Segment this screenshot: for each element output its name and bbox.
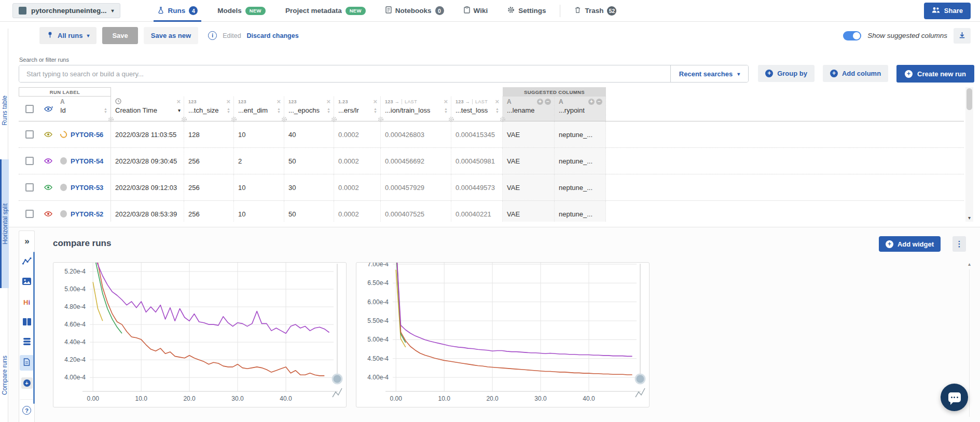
gear-icon[interactable] <box>281 116 287 124</box>
project-selector[interactable]: pytorchneptuneinteg... ▾ <box>12 3 120 18</box>
table-row-pytor-56[interactable]: PYTOR-562022/03/28 11:03:5512810400.0002… <box>19 121 964 148</box>
run-id-link[interactable]: PYTOR-56 <box>71 131 103 139</box>
column-header-id[interactable]: AId▲▼ <box>56 97 111 121</box>
tab-trash[interactable]: Trash52 <box>564 0 626 22</box>
rail-item-side-by-side-widget[interactable] <box>20 315 34 330</box>
remove-column-icon[interactable]: × <box>176 99 181 104</box>
search-input[interactable] <box>19 65 670 82</box>
gear-icon[interactable] <box>231 116 237 124</box>
table-row-pytor-52[interactable]: PYTOR-522022/03/28 08:53:3925610500.0002… <box>19 201 964 222</box>
compare-menu-button[interactable]: ⋮ <box>953 236 966 252</box>
rail-item-images-widget[interactable] <box>20 274 34 290</box>
sort-desc-icon[interactable]: ▾ <box>178 107 181 113</box>
sort-icons[interactable]: ▲▼ <box>277 107 281 114</box>
scroll-down-arrow-icon[interactable]: ▾ <box>965 215 973 221</box>
sort-icons[interactable]: ▲▼ <box>227 107 230 114</box>
column-header-creation_time[interactable]: ×Creation Time▾ <box>111 97 184 121</box>
gear-icon[interactable] <box>500 116 506 124</box>
gear-icon[interactable] <box>448 116 454 124</box>
scroll-up-arrow-icon[interactable]: ▴ <box>965 261 973 267</box>
run-id-link[interactable]: PYTOR-52 <box>71 210 103 218</box>
eye-icon[interactable]: ★ <box>44 106 53 112</box>
sort-icons[interactable]: ▲▼ <box>104 107 107 114</box>
tab-models[interactable]: ModelsNEW <box>208 0 275 22</box>
sort-icons[interactable]: ▲▼ <box>374 107 377 114</box>
row-checkbox[interactable] <box>25 130 34 139</box>
remove-column-icon[interactable]: − <box>596 99 602 105</box>
gear-icon[interactable] <box>331 116 337 124</box>
column-header-filename[interactable]: A +−...lename <box>503 97 555 121</box>
add-column-button[interactable]: + Add column <box>823 65 888 82</box>
remove-column-icon[interactable]: × <box>226 99 230 104</box>
tab-settings[interactable]: Settings <box>498 0 556 22</box>
row-checkbox[interactable] <box>25 210 34 218</box>
eye-icon[interactable] <box>44 158 53 164</box>
sidebar-tab-compare-runs[interactable]: Compare runs <box>0 331 9 420</box>
column-header-latent_dim[interactable]: 123×...ent_dim▲▼ <box>234 97 284 121</box>
rail-item-notes-widget[interactable] <box>20 355 34 371</box>
recent-searches-button[interactable]: Recent searches ▾ <box>670 65 748 82</box>
table-vertical-scrollbar[interactable]: ▾ <box>965 87 973 222</box>
create-new-run-button[interactable]: + Create new run <box>896 65 974 83</box>
eye-icon[interactable] <box>44 184 53 190</box>
rail-item-hiplot-widget[interactable]: Hi <box>20 294 34 310</box>
loss-line-chart[interactable]: 7.00e-46.50e-46.00e-45.50e-45.00e-44.50e… <box>356 263 650 407</box>
gear-icon[interactable] <box>378 116 384 124</box>
select-all-checkbox[interactable] <box>25 105 34 113</box>
rail-item-charts-widget[interactable] <box>20 254 34 269</box>
rail-item-add-widget-rail[interactable]: + <box>20 375 34 391</box>
column-header-test_loss[interactable]: 123 →LAST×...test_loss▲▼ <box>451 97 503 121</box>
remove-column-icon[interactable]: × <box>277 99 281 104</box>
search-actions: + Group by + Add column + Create new run <box>758 65 974 83</box>
save-as-new-button[interactable]: Save as new <box>144 27 198 44</box>
table-row-pytor-54[interactable]: PYTOR-542022/03/28 09:30:452562500.00020… <box>19 148 964 174</box>
column-header-lr[interactable]: 1.23×...ers/lr▲▼ <box>334 97 381 121</box>
plus-circle-icon: + <box>21 377 33 389</box>
tab-runs[interactable]: Runs4 <box>147 0 208 22</box>
run-id-link[interactable]: PYTOR-54 <box>71 157 103 165</box>
add-column-icon[interactable]: + <box>537 99 543 105</box>
rail-item-help[interactable]: ? <box>20 399 34 418</box>
loss-line-chart[interactable]: 5.20e-45.00e-44.80e-44.60e-44.40e-44.20e… <box>53 263 347 407</box>
run-id-link[interactable]: PYTOR-53 <box>71 184 103 192</box>
scrollbar-thumb[interactable] <box>967 88 972 110</box>
add-column-icon[interactable]: + <box>588 99 595 105</box>
rail-item-artifacts-widget[interactable] <box>20 335 34 350</box>
export-button[interactable] <box>954 28 971 44</box>
sort-icons[interactable]: ▲▼ <box>495 107 499 114</box>
remove-column-icon[interactable]: × <box>495 99 499 104</box>
sort-icons[interactable]: ▲▼ <box>444 107 448 114</box>
rail-scrollbar-thumb[interactable] <box>33 252 35 404</box>
column-header-train_loss[interactable]: 123 →LAST×...ion/train_loss▲▼ <box>381 97 451 121</box>
remove-column-icon[interactable]: × <box>373 99 377 104</box>
tab-notebooks[interactable]: Notebooks0 <box>376 0 454 22</box>
row-checkbox[interactable] <box>25 183 34 192</box>
column-header-batch_size[interactable]: 123×...tch_size▲▼ <box>184 97 234 121</box>
sidebar-tab-horizontal-split[interactable]: Horizontal split <box>0 159 9 288</box>
column-header-epochs[interactable]: 123×..._epochs▲▼ <box>284 97 334 121</box>
gear-icon[interactable] <box>108 116 114 124</box>
tab-wiki[interactable]: Wiki <box>454 0 498 22</box>
gear-icon[interactable] <box>181 116 187 124</box>
remove-column-icon[interactable]: × <box>326 99 330 104</box>
add-widget-button[interactable]: + Add widget <box>879 236 941 252</box>
column-header-entrypoint[interactable]: A +−...rypoint <box>555 97 606 121</box>
rail-item-collapse-panel[interactable]: » <box>20 234 34 249</box>
group-by-button[interactable]: + Group by <box>758 65 815 82</box>
view-selector-button[interactable]: All runs ▾ <box>39 27 96 44</box>
eye-icon[interactable] <box>44 211 53 217</box>
tab-project-metadata[interactable]: Project metadataNEW <box>275 0 376 22</box>
remove-column-icon[interactable]: × <box>444 99 448 104</box>
table-row-pytor-53[interactable]: PYTOR-532022/03/28 09:12:0325610300.0002… <box>19 174 964 201</box>
eye-icon[interactable] <box>44 131 53 138</box>
sort-icons[interactable]: ▲▼ <box>327 107 330 114</box>
column-type-icon: 123 → <box>385 99 399 104</box>
discard-changes-link[interactable]: Discard changes <box>247 32 299 39</box>
save-button[interactable]: Save <box>102 27 137 44</box>
chat-launcher-button[interactable] <box>941 384 968 411</box>
show-suggested-toggle[interactable] <box>843 31 861 40</box>
row-checkbox[interactable] <box>25 157 34 165</box>
share-button[interactable]: Share <box>924 3 971 19</box>
sidebar-tab-runs-table[interactable]: Runs table <box>0 75 9 145</box>
remove-column-icon[interactable]: − <box>545 99 551 105</box>
